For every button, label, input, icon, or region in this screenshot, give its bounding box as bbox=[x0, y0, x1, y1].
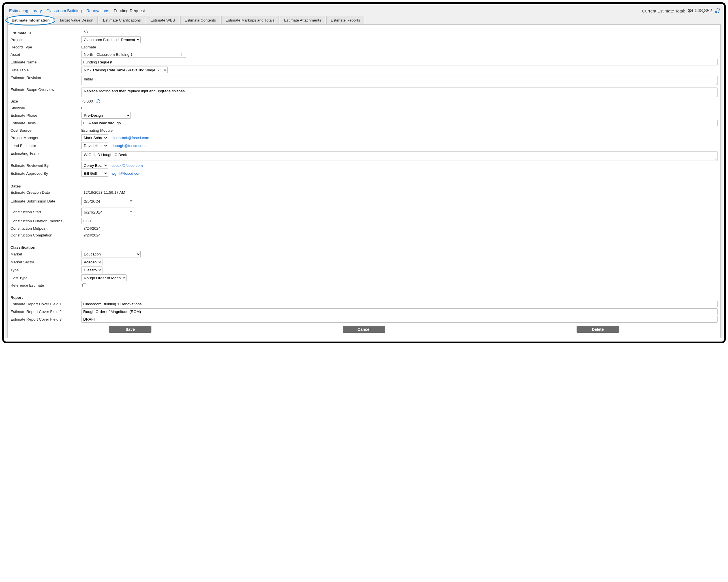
project-manager-select[interactable]: Mark Schrock bbox=[81, 134, 108, 141]
value-construction-midpoint: 8/24/2024 bbox=[81, 226, 101, 230]
estimate-total-label: Current Estimate Total: bbox=[642, 8, 685, 13]
estimate-phase-select[interactable]: Pre-Design bbox=[81, 112, 131, 119]
label-cover-field-1: Estimate Report Cover Field 1 bbox=[10, 302, 81, 306]
tab-label: Estimate Information bbox=[11, 18, 50, 22]
label-reviewed-by: Estimate Reviewed By bbox=[10, 163, 81, 168]
label-scope-overview: Estimate Scope Overview bbox=[10, 87, 81, 92]
reference-estimate-checkbox[interactable] bbox=[82, 283, 86, 287]
label-construction-midpoint: Construction Midpoint bbox=[10, 226, 81, 230]
tab-label: Target Value Design bbox=[59, 18, 94, 22]
label-sitework: Sitework bbox=[10, 106, 81, 110]
label-project: Project bbox=[10, 38, 81, 42]
label-creation-date: Estimate Creation Date bbox=[10, 190, 81, 195]
tab-label: Estimate Clarifications bbox=[103, 18, 141, 22]
tab-estimate-attachments[interactable]: Estimate Attachments bbox=[280, 16, 326, 24]
label-cover-field-2: Estimate Report Cover Field 2 bbox=[10, 309, 81, 314]
content-panel: Estimate ID 63 Project Classroom Buildin… bbox=[7, 24, 721, 338]
estimating-team-textarea[interactable] bbox=[81, 151, 718, 161]
estimate-basis-input[interactable] bbox=[81, 120, 718, 126]
label-size: Size bbox=[10, 99, 81, 103]
breadcrumb: Estimating Library Classroom Building 1 … bbox=[9, 8, 145, 13]
cost-type-select[interactable]: Rough Order of Magnitude bbox=[81, 274, 127, 281]
approved-by-select[interactable]: Bill Grill bbox=[81, 170, 108, 177]
chevron-down-icon bbox=[130, 211, 132, 213]
estimate-total-value: $4,048,852 bbox=[688, 8, 712, 14]
refresh-icon[interactable] bbox=[715, 8, 720, 13]
label-estimate-name: Estimate Name bbox=[10, 60, 81, 64]
breadcrumb-estimating-library[interactable]: Estimating Library bbox=[9, 8, 42, 13]
tab-estimate-markups-and-totals[interactable]: Estimate Markups and Totals bbox=[222, 16, 279, 24]
construction-start-value: 6/24/2024 bbox=[84, 209, 103, 214]
cover-field-3-input[interactable] bbox=[81, 316, 718, 323]
label-cost-type: Cost Type bbox=[10, 276, 81, 280]
label-cost-source: Cost Source bbox=[10, 128, 81, 132]
market-sector-select[interactable]: Academic bbox=[81, 258, 102, 265]
lead-estimator-select[interactable]: David Hough bbox=[81, 142, 108, 149]
report-header: Report bbox=[10, 293, 81, 300]
submission-date-value: 2/5/2024 bbox=[84, 199, 100, 204]
lead-estimator-email[interactable]: dhough@foscd.com bbox=[111, 144, 146, 148]
market-select[interactable]: Education bbox=[81, 251, 141, 257]
tab-label: Estimate Attachments bbox=[284, 18, 321, 22]
approved-by-email[interactable]: wgrill@foscd.com bbox=[111, 171, 141, 176]
reviewed-by-email[interactable]: cbeck@foscd.com bbox=[111, 163, 143, 168]
value-sitework: 0 bbox=[81, 106, 83, 110]
breadcrumb-project[interactable]: Classroom Building 1 Renovations bbox=[46, 8, 109, 13]
value-size: 75,000 bbox=[81, 99, 93, 103]
tab-estimate-clarifications[interactable]: Estimate Clarifications bbox=[99, 16, 145, 24]
tab-target-value-design[interactable]: Target Value Design bbox=[55, 16, 98, 24]
breadcrumb-current: Funding Request bbox=[114, 8, 145, 13]
refresh-icon[interactable] bbox=[96, 99, 101, 103]
classification-header: Classification bbox=[10, 243, 81, 250]
label-record-type: Record Type bbox=[10, 45, 81, 49]
construction-duration-input[interactable] bbox=[81, 218, 118, 224]
chevron-down-icon bbox=[181, 53, 185, 56]
label-market-sector: Market Sector bbox=[10, 260, 81, 264]
label-construction-completion: Construction Completion bbox=[10, 233, 81, 237]
construction-start-picker[interactable]: 6/24/2024 bbox=[81, 208, 135, 216]
reviewed-by-select[interactable]: Corey Beck bbox=[81, 162, 108, 169]
scope-overview-textarea[interactable] bbox=[81, 87, 718, 97]
save-button[interactable]: Save bbox=[109, 326, 151, 333]
label-estimate-phase: Estimate Phase bbox=[10, 113, 81, 118]
label-cover-field-3: Estimate Report Cover Field 3 bbox=[10, 317, 81, 322]
value-creation-date: 12/18/2023 11:59:17 AM bbox=[81, 190, 125, 195]
rate-table-select[interactable]: NY - Training Rate Table (Prevailing Wag… bbox=[81, 67, 167, 73]
label-lead-estimator: Lead Estimator bbox=[10, 144, 81, 148]
cancel-button[interactable]: Cancel bbox=[343, 326, 385, 333]
label-market: Market bbox=[10, 252, 81, 256]
value-estimate-id: 63 bbox=[81, 30, 88, 34]
value-cost-source: Estimating Module bbox=[81, 128, 113, 132]
label-estimating-team: Estimating Team bbox=[10, 151, 81, 155]
estimate-name-input[interactable] bbox=[81, 59, 718, 66]
label-reference-estimate: Reference Estimate bbox=[10, 283, 81, 287]
label-estimate-revision: Estimate Revision bbox=[10, 76, 81, 80]
project-manager-email[interactable]: mschrock@foscd.com bbox=[111, 136, 149, 140]
tab-estimate-information[interactable]: Estimate Information bbox=[7, 16, 54, 24]
tab-label: Estimate Contents bbox=[185, 18, 216, 22]
tab-label: Estimate Markups and Totals bbox=[226, 18, 275, 22]
cover-field-1-input[interactable] bbox=[81, 301, 718, 307]
label-construction-duration: Construction Duration (months) bbox=[10, 219, 81, 223]
asset-combo-value: North - Classroom Building 1 bbox=[84, 52, 133, 57]
type-select[interactable]: Classroom bbox=[81, 267, 102, 273]
tabs-row: Estimate InformationTarget Value DesignE… bbox=[5, 16, 723, 24]
cover-field-2-input[interactable] bbox=[81, 308, 718, 315]
label-approved-by: Estimate Approved By bbox=[10, 171, 81, 176]
tab-estimate-reports[interactable]: Estimate Reports bbox=[327, 16, 364, 24]
label-estimate-id: Estimate ID bbox=[10, 29, 81, 35]
tab-estimate-wbs[interactable]: Estimate WBS bbox=[146, 16, 179, 24]
label-rate-table: Rate Table bbox=[10, 68, 81, 72]
dates-header: Dates bbox=[10, 182, 81, 188]
label-project-manager: Project Manager bbox=[10, 136, 81, 140]
asset-combo[interactable]: North - Classroom Building 1 bbox=[81, 51, 186, 58]
tab-label: Estimate WBS bbox=[150, 18, 175, 22]
label-estimate-basis: Estimate Basis bbox=[10, 121, 81, 125]
value-record-type: Estimate bbox=[81, 45, 96, 49]
delete-button[interactable]: Delete bbox=[577, 326, 619, 333]
estimate-revision-textarea[interactable] bbox=[81, 76, 718, 85]
tab-estimate-contents[interactable]: Estimate Contents bbox=[180, 16, 220, 24]
submission-date-picker[interactable]: 2/5/2024 bbox=[81, 197, 135, 205]
value-construction-completion: 9/24/2024 bbox=[81, 233, 101, 237]
project-select[interactable]: Classroom Building 1 Renovations bbox=[81, 36, 141, 43]
